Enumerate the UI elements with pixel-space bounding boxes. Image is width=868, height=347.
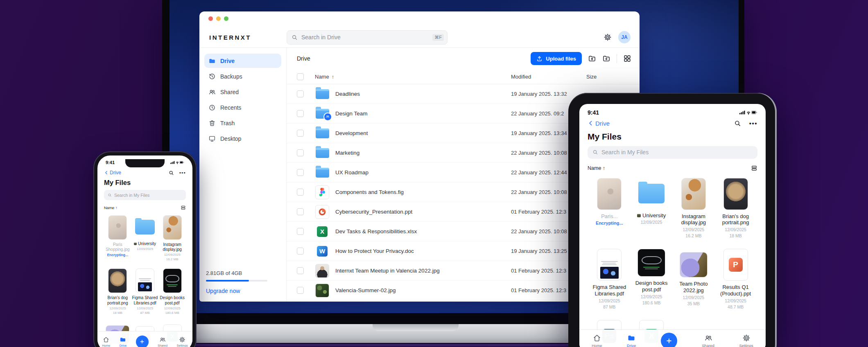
avatar[interactable]: JA [618,31,631,43]
upload-files-button[interactable]: Upload files [531,52,582,65]
grid-item[interactable]: Design books post.pdf 12/09/2025 180.6 M… [631,249,673,309]
search-placeholder: Search in Drive [301,34,341,41]
tab-label: Drive [627,343,636,347]
search-icon[interactable] [169,170,174,176]
row-checkbox[interactable] [297,169,304,176]
file-name: UX Roadmap [335,169,511,176]
breadcrumb[interactable]: Drive [297,55,310,62]
sort-by-name[interactable]: Name ↑ [104,205,118,210]
upgrade-link[interactable]: Upgrade now [206,288,280,294]
sidebar-item-drive[interactable]: Drive [204,54,281,68]
row-checkbox[interactable] [297,130,304,137]
grid-item[interactable]: Brian's dog portrait.png 12/09/2025 18 M… [104,268,131,314]
photo-thumbnail [163,215,182,240]
row-checkbox[interactable] [297,149,304,156]
row-checkbox[interactable] [297,208,304,215]
ellipsis-icon[interactable]: ••• [179,170,186,175]
grid-item[interactable]: Figma Shared Libraries.pdf 12/09/2025 87… [588,249,631,309]
list-view-icon[interactable] [181,205,186,210]
grid-item[interactable]: Instagram display.jpg 12/09/2025 16.2 MB [673,178,715,239]
folder-icon [316,128,329,138]
tab-drive[interactable]: Drive [120,336,127,347]
word-file-icon: W [317,246,328,257]
sort-by-name[interactable]: Name ↑ [588,165,605,171]
grid-item-encrypting[interactable]: Paris... Encrypting... [588,178,631,239]
gear-icon[interactable] [604,33,612,41]
file-name: Marketing [335,150,511,156]
grid-item-encrypting[interactable]: Paris Shopping.jpg Encrypting... [104,215,131,261]
drive-icon [627,334,635,342]
back-button[interactable]: Drive [104,170,121,176]
file-name: Paris Shopping.jpg [104,242,131,252]
figma-file-icon [315,185,329,199]
ellipsis-icon[interactable]: ••• [749,120,757,127]
tab-settings[interactable]: Settings [177,336,188,347]
file-size: 16.2 MB [685,233,701,238]
grid-item[interactable]: P Results Q1 (Product).ppt 12/09/2025 48… [714,249,757,309]
file-name: University [134,241,156,246]
row-checkbox[interactable] [297,189,304,196]
search-input[interactable]: Search in My Files [104,190,186,200]
grid-view-icon[interactable] [623,54,631,63]
search-icon[interactable] [734,120,741,127]
file-date: 12/09/2025 [683,295,705,300]
file-name: Cybersecurity_Presentation.ppt [335,209,511,215]
row-checkbox[interactable] [297,248,304,255]
tab-home[interactable]: Home [102,336,110,347]
select-all-checkbox[interactable] [297,73,304,80]
grid-item-folder[interactable]: University 12/09/2025 [131,215,159,261]
grid-item[interactable]: Team Photo 2022.jpg 12/09/2025 35 MB [673,249,715,309]
grid-item[interactable]: Instagram display.jpg 12/09/2025 16.2 MB [158,215,186,261]
file-date: 12/09/2025 [683,227,705,232]
sort-arrow-icon: ↑ [115,205,118,210]
grid-item[interactable]: Figma Shared Libraries.pdf 12/09/2025 87… [131,268,159,314]
list-view-icon[interactable] [751,165,757,171]
tab-shared[interactable]: Shared [702,334,714,347]
sidebar-item-shared[interactable]: Shared [204,85,281,99]
traffic-lights-icon [199,11,640,27]
tab-drive[interactable]: Drive [627,334,636,347]
folder-icon [135,220,155,234]
new-folder-icon[interactable] [602,54,610,63]
search-input[interactable]: Search in My Files [588,146,757,159]
tab-home[interactable]: Home [592,334,602,347]
photo-thumbnail [597,178,622,210]
zoom-window-icon[interactable] [224,16,228,21]
folder-upload-icon[interactable] [588,54,596,63]
grid-item[interactable]: Brian's dog portrait.png 12/09/2025 18 M… [714,178,757,239]
column-modified[interactable]: Modified [511,74,586,80]
tablet-device: 9:41 Drive ••• My Files Search in My Fil… [568,93,777,347]
back-button[interactable]: Drive [588,120,610,127]
column-name[interactable]: Name↑ [315,74,511,80]
sidebar-item-backups[interactable]: Backups [204,69,281,83]
sidebar-item-trash[interactable]: Trash [204,116,281,130]
university-mini-badge-icon [637,214,641,217]
folder-icon [316,168,329,178]
close-window-icon[interactable] [208,16,213,21]
row-checkbox[interactable] [297,110,304,117]
minimize-window-icon[interactable] [216,16,221,21]
row-checkbox[interactable] [297,287,304,294]
grid-item-folder[interactable]: University 12/09/2025 [631,178,673,239]
add-button[interactable] [661,333,677,347]
university-mini-badge-icon [134,243,137,245]
file-name: Design books post.pdf [631,280,672,293]
tab-label: Home [102,344,110,347]
row-checkbox[interactable] [297,90,304,97]
search-input[interactable]: Search in Drive ⌘F [287,30,448,45]
file-name: Valencia-Summer-02.jpg [335,287,511,293]
tab-label: Shared [158,344,167,347]
sidebar-item-recents[interactable]: Recents [204,100,281,115]
row-checkbox[interactable] [297,267,304,274]
column-size[interactable]: Size [586,74,640,80]
add-button[interactable] [136,336,149,347]
row-checkbox[interactable] [297,228,304,235]
tab-settings[interactable]: Settings [739,334,753,347]
search-shortcut-badge: ⌘F [432,34,444,41]
grid-item[interactable]: Design books post.pdf 12/09/2025 180.6 M… [158,268,186,314]
file-name: Brian's dog portrait.png [104,295,131,305]
recents-icon [208,104,216,111]
sidebar-item-desktop[interactable]: Desktop [204,131,281,146]
folder-icon [316,148,329,158]
tab-shared[interactable]: Shared [158,336,167,347]
